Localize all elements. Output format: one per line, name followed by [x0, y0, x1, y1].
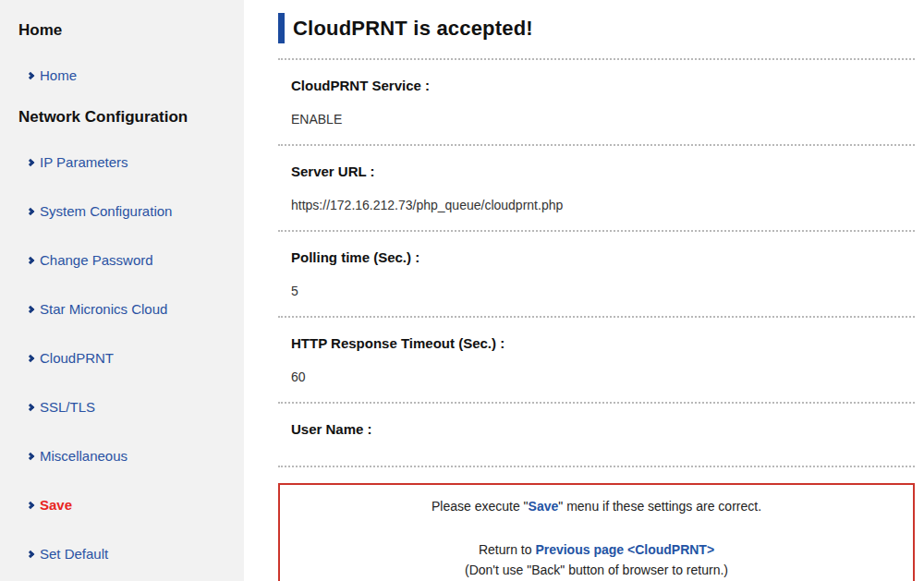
title-row: CloudPRNT is accepted! — [278, 13, 915, 43]
field-polling-time: Polling time (Sec.) : 5 — [278, 232, 915, 316]
sidebar-item-cloudprnt[interactable]: CloudPRNT — [28, 349, 235, 368]
main-content: CloudPRNT is accepted! CloudPRNT Service… — [244, 0, 924, 581]
sidebar-item-ssl-tls[interactable]: SSL/TLS — [28, 398, 235, 417]
field-label: Polling time (Sec.) : — [291, 232, 915, 266]
sidebar-item-label: Miscellaneous — [40, 447, 128, 466]
chevron-right-icon — [27, 355, 34, 362]
chevron-right-icon — [27, 72, 34, 79]
sidebar-section-home: Home — [18, 20, 235, 41]
field-user-name: User Name : — [278, 404, 915, 466]
sidebar-item-home[interactable]: Home — [28, 67, 235, 85]
chevron-right-icon — [27, 208, 34, 215]
field-cloudprnt-service: CloudPRNT Service : ENABLE — [278, 60, 915, 144]
sidebar-item-label: IP Parameters — [40, 153, 128, 172]
chevron-right-icon — [27, 257, 34, 264]
notice-box: Please execute "Save" menu if these sett… — [278, 483, 915, 581]
sidebar-item-change-password[interactable]: Change Password — [28, 251, 235, 270]
chevron-right-icon — [27, 502, 34, 509]
sidebar: Home Home Network Configuration IP Param… — [0, 0, 244, 581]
notice-line3: (Don't use "Back" button of browser to r… — [289, 562, 904, 578]
sidebar-item-label: Set Default — [40, 545, 108, 563]
previous-page-link[interactable]: Previous page <CloudPRNT> — [535, 542, 714, 557]
sidebar-item-label: SSL/TLS — [40, 398, 95, 417]
sidebar-item-set-default[interactable]: Set Default — [28, 545, 235, 563]
chevron-right-icon — [27, 551, 34, 558]
sidebar-item-star-micronics-cloud[interactable]: Star Micronics Cloud — [28, 300, 235, 319]
field-value: https://172.16.212.73/php_queue/cloudprn… — [291, 198, 915, 230]
chevron-right-icon — [27, 159, 34, 166]
field-label: User Name : — [291, 404, 915, 438]
notice-text: Return to — [479, 542, 535, 557]
sidebar-item-miscellaneous[interactable]: Miscellaneous — [28, 447, 235, 466]
notice-text: " menu if these settings are correct. — [558, 499, 761, 514]
sidebar-item-label: Change Password — [40, 251, 153, 270]
field-label: HTTP Response Timeout (Sec.) : — [291, 318, 915, 352]
sidebar-section-network-configuration: Network Configuration — [18, 107, 235, 127]
field-value — [291, 447, 915, 466]
field-label: Server URL : — [291, 146, 915, 180]
field-server-url: Server URL : https://172.16.212.73/php_q… — [278, 146, 915, 230]
notice-text: Please execute " — [432, 499, 529, 514]
field-value: 60 — [291, 369, 915, 402]
sidebar-item-save[interactable]: Save — [28, 496, 235, 514]
page-title: CloudPRNT is accepted! — [293, 17, 533, 41]
chevron-right-icon — [27, 453, 34, 460]
save-menu-link[interactable]: Save — [529, 499, 559, 514]
field-value: ENABLE — [291, 112, 915, 144]
sidebar-item-label: Home — [40, 67, 77, 85]
notice-line1: Please execute "Save" menu if these sett… — [289, 498, 904, 514]
page: Home Home Network Configuration IP Param… — [0, 0, 924, 581]
sidebar-item-system-configuration[interactable]: System Configuration — [28, 202, 235, 221]
separator — [278, 466, 915, 467]
sidebar-item-label: CloudPRNT — [40, 349, 114, 368]
sidebar-item-ip-parameters[interactable]: IP Parameters — [28, 153, 235, 172]
field-value: 5 — [291, 284, 915, 316]
chevron-right-icon — [27, 306, 34, 313]
chevron-right-icon — [27, 404, 34, 411]
title-accent-bar — [278, 13, 285, 43]
notice-line2: Return to Previous page <CloudPRNT> — [289, 541, 904, 558]
sidebar-item-label: System Configuration — [40, 202, 172, 221]
field-http-response-timeout: HTTP Response Timeout (Sec.) : 60 — [278, 318, 915, 402]
sidebar-item-label: Save — [40, 496, 72, 514]
sidebar-item-label: Star Micronics Cloud — [40, 300, 167, 319]
field-label: CloudPRNT Service : — [291, 60, 915, 94]
